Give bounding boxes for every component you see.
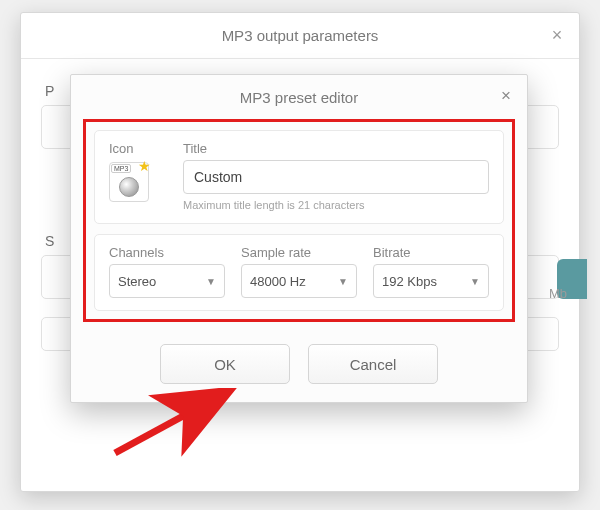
dialog-buttons: OK Cancel (71, 330, 527, 402)
channels-column: Channels Stereo ▼ (109, 245, 225, 298)
inner-close-button[interactable]: × (493, 83, 519, 109)
bitrate-value: 192 Kbps (382, 274, 437, 289)
preset-editor-dialog: MP3 preset editor × Icon MP3 ★ Title M (70, 74, 528, 403)
bg-mb-text: Mb (549, 286, 567, 301)
samplerate-select[interactable]: 48000 Hz ▼ (241, 264, 357, 298)
title-input[interactable] (183, 160, 489, 194)
chevron-down-icon: ▼ (206, 276, 216, 287)
preset-icon[interactable]: MP3 ★ (109, 162, 149, 202)
star-icon: ★ (138, 158, 151, 174)
samplerate-label: Sample rate (241, 245, 357, 260)
chevron-down-icon: ▼ (470, 276, 480, 287)
inner-title: MP3 preset editor (240, 89, 358, 106)
outer-header: MP3 output parameters × (21, 13, 579, 59)
highlight-box: Icon MP3 ★ Title Maximum title length is… (83, 119, 515, 322)
channels-select[interactable]: Stereo ▼ (109, 264, 225, 298)
bitrate-select[interactable]: 192 Kbps ▼ (373, 264, 489, 298)
outer-close-button[interactable]: × (543, 21, 571, 49)
bitrate-label: Bitrate (373, 245, 489, 260)
icon-column: Icon MP3 ★ (109, 141, 169, 211)
icon-label: Icon (109, 141, 169, 156)
samplerate-value: 48000 Hz (250, 274, 306, 289)
title-label: Title (183, 141, 489, 156)
close-icon: × (501, 86, 511, 106)
title-hint: Maximum title length is 21 characters (183, 199, 489, 211)
params-panel: Channels Stereo ▼ Sample rate 48000 Hz ▼… (94, 234, 504, 311)
samplerate-column: Sample rate 48000 Hz ▼ (241, 245, 357, 298)
cancel-button[interactable]: Cancel (308, 344, 438, 384)
chevron-down-icon: ▼ (338, 276, 348, 287)
bitrate-column: Bitrate 192 Kbps ▼ (373, 245, 489, 298)
outer-title: MP3 output parameters (222, 27, 379, 44)
icon-tag: MP3 (111, 164, 131, 173)
channels-label: Channels (109, 245, 225, 260)
channels-value: Stereo (118, 274, 156, 289)
title-panel: Icon MP3 ★ Title Maximum title length is… (94, 130, 504, 224)
inner-header: MP3 preset editor × (71, 75, 527, 119)
ok-button[interactable]: OK (160, 344, 290, 384)
title-column: Title Maximum title length is 21 charact… (183, 141, 489, 211)
close-icon: × (552, 25, 563, 46)
